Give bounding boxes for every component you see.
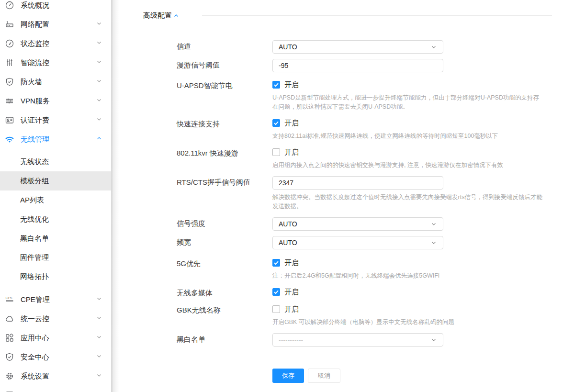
sidebar-item-system-overview[interactable]: 系统概况: [0, 0, 111, 15]
sidebar-subitem-ap-list[interactable]: AP列表: [0, 190, 111, 210]
chevron-down-icon: [430, 44, 437, 50]
field-label: 信道: [177, 40, 272, 54]
rts-threshold-input[interactable]: [272, 176, 443, 190]
sidebar-item-label: 统一云控: [21, 314, 96, 324]
subitem-label: 固件管理: [20, 253, 49, 262]
sidebar-item-label: 系统概况: [21, 1, 102, 10]
wmm-checkbox[interactable]: [272, 288, 280, 296]
shield-check-icon: [5, 352, 14, 362]
channel-select[interactable]: AUTO: [272, 40, 443, 54]
sidebar-item-vpn[interactable]: VPN服务: [0, 91, 111, 111]
save-button[interactable]: 保存: [272, 369, 304, 383]
chevron-down-icon: [96, 20, 102, 29]
check-icon: [273, 289, 279, 295]
field-help-text: 注：开启后2.4G和5G配置相同时，无线终端会优先连接5GWIFI: [272, 271, 543, 280]
signal-strength-select[interactable]: AUTO: [272, 217, 443, 231]
bandwidth-select[interactable]: AUTO: [272, 236, 443, 249]
chevron-down-icon: [96, 314, 102, 323]
section-header: 高级配置: [143, 11, 552, 20]
sidebar-item-security-center[interactable]: 安全中心: [0, 347, 111, 367]
subitem-label: 黑白名单: [20, 234, 49, 243]
select-value: -----------: [279, 336, 303, 344]
chevron-down-icon: [96, 78, 102, 86]
sidebar-item-label: 认证计费: [21, 116, 96, 125]
apps-icon: [5, 333, 14, 343]
fast-connect-checkbox[interactable]: [272, 119, 280, 127]
field-label: 漫游信号阈值: [177, 59, 272, 72]
field-label: RTS/CTS握手信号阀值: [177, 176, 272, 211]
chevron-down-icon: [96, 353, 102, 361]
sidebar-scrollbar[interactable]: [112, 0, 119, 392]
form-row-roaming-threshold: 漫游信号阈值: [177, 59, 552, 72]
kvr-roaming-checkbox[interactable]: [272, 148, 280, 156]
uapsd-checkbox[interactable]: [272, 81, 280, 89]
form-actions: 保存 取消: [177, 369, 552, 383]
equalizer-icon: [5, 96, 14, 106]
checkbox-label: 开启: [284, 305, 299, 314]
app-window: 系统概况 网络配置 状态监控 智能流控: [0, 0, 563, 392]
sidebar-item-label: VPN服务: [21, 97, 96, 106]
sidebar-item-wireless-mgmt[interactable]: 无线管理: [0, 130, 111, 149]
sidebar-subitem-firmware[interactable]: 固件管理: [0, 248, 111, 267]
chevron-down-icon: [430, 336, 437, 343]
sidebar-item-auth-billing[interactable]: 认证计费: [0, 111, 111, 130]
sidebar-item-label: 安全中心: [21, 353, 96, 362]
form-row-rts-threshold: RTS/CTS握手信号阀值 解决数据冲突。当数据长度超过这个值时无线接入点需要先…: [177, 176, 552, 211]
sidebar-item-label: 应用中心: [21, 334, 96, 343]
checkbox-label: 开启: [284, 148, 299, 157]
sidebar-subitem-wireless-optimize[interactable]: 无线优化: [0, 210, 111, 229]
sidebar-item-system-settings[interactable]: 系统设置: [0, 367, 111, 386]
sidebar-subitem-wireless-status[interactable]: 无线状态: [0, 152, 111, 171]
form-row-kvr-roaming: 802.11kvr 快速漫游 开启 启用组内接入点之间的的快速密钥交换与漫游支持…: [177, 147, 552, 170]
form-row-gbk-ssid: GBK无线名称 开启 开启GBK 可以解决部分终端（电脑等）显示中文无线名称乱码…: [177, 304, 552, 327]
field-help-text: U-APSD是新型节能处理方式，能进一步提升终端节能能力，但由于部分终端对U-A…: [272, 93, 543, 112]
checkbox-label: 开启: [284, 80, 299, 90]
select-value: AUTO: [279, 239, 297, 246]
roaming-threshold-input[interactable]: [272, 59, 443, 72]
chevron-down-icon: [430, 221, 437, 227]
sidebar-nav: 系统概况 网络配置 状态监控 智能流控: [0, 0, 111, 392]
chevron-down-icon: [96, 58, 102, 67]
spacer: [177, 369, 272, 383]
5g-priority-checkbox[interactable]: [272, 259, 280, 267]
subitem-label: AP列表: [20, 196, 44, 205]
sidebar-item-network-config[interactable]: 网络配置: [0, 15, 111, 34]
field-label: GBK无线名称: [177, 304, 272, 327]
chevron-down-icon: [96, 39, 102, 48]
check-icon: [273, 82, 279, 88]
select-value: AUTO: [279, 43, 297, 51]
sidebar-item-firewall[interactable]: 防火墙: [0, 72, 111, 91]
cancel-button[interactable]: 取消: [308, 369, 340, 383]
form-row-wmm: 无线多媒体 开启: [177, 287, 552, 298]
sidebar-item-partial[interactable]: [0, 386, 111, 392]
sidebar-item-label: 智能流控: [21, 58, 96, 67]
field-help-text: 开启GBK 可以解决部分终端（电脑等）显示中文无线名称乱码的问题: [272, 318, 543, 327]
blacklist-select[interactable]: -----------: [272, 333, 443, 347]
gear-icon: [5, 371, 14, 381]
sidebar-item-status-monitor[interactable]: 状态监控: [0, 34, 111, 53]
sidebar-subitem-topology[interactable]: 网络拓扑: [0, 267, 111, 286]
sidebar-item-cloud-control[interactable]: 统一云控: [0, 309, 111, 328]
form-row-blacklist: 黑白名单 -----------: [177, 333, 552, 347]
sidebar-item-cpe-mgmt[interactable]: CPE CPE管理: [0, 290, 111, 309]
chevron-down-icon: [96, 372, 102, 381]
select-value: AUTO: [279, 220, 297, 228]
sidebar-item-smart-flow[interactable]: 智能流控: [0, 53, 111, 72]
gauge-icon: [5, 39, 14, 48]
sidebar: 系统概况 网络配置 状态监控 智能流控: [0, 0, 112, 392]
chevron-down-icon: [96, 97, 102, 105]
sidebar-item-label: 状态监控: [21, 39, 96, 48]
sidebar-item-label: 网络配置: [21, 20, 96, 29]
sidebar-item-app-center[interactable]: 应用中心: [0, 328, 111, 347]
field-label: 频宽: [177, 236, 272, 249]
subitem-label: 模板分组: [20, 177, 49, 186]
check-icon: [273, 120, 279, 126]
sidebar-subitem-template-group[interactable]: 模板分组: [0, 171, 111, 190]
idcard-icon: [5, 115, 14, 125]
chevron-down-icon: [96, 116, 102, 124]
router-icon: [5, 20, 14, 29]
sidebar-subitem-blacklist[interactable]: 黑白名单: [0, 229, 111, 248]
collapse-caret-icon[interactable]: [173, 12, 179, 21]
chevron-down-icon: [430, 239, 437, 246]
gbk-ssid-checkbox[interactable]: [272, 305, 280, 313]
